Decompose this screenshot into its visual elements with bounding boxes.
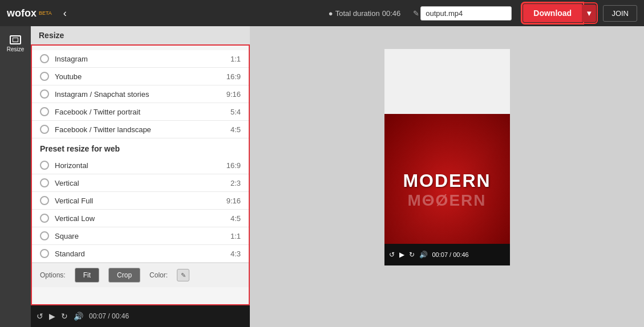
radio-square[interactable] bbox=[40, 231, 49, 240]
radio-instagram[interactable] bbox=[40, 54, 49, 63]
preview-volume-icon[interactable]: 🔊 bbox=[419, 251, 428, 259]
options-row: Options: Fit Crop Color: ✎ bbox=[40, 268, 241, 283]
preset-ratio: 2:3 bbox=[230, 179, 241, 187]
edit-icon: ✎ bbox=[413, 9, 419, 18]
preview-bottom-bar: ↺ ▶ ↻ 🔊 00:07 / 00:46 bbox=[384, 244, 510, 265]
list-item[interactable]: Facebook / Twitter landscape 4:5 bbox=[32, 121, 249, 138]
radio-vertical-full[interactable] bbox=[40, 196, 49, 205]
preview-text-sub: MΘØERN bbox=[408, 191, 487, 210]
back-button[interactable]: ‹ bbox=[63, 7, 67, 19]
preset-label: Instagram / Snapchat stories bbox=[55, 90, 226, 99]
sidebar-item-resize[interactable]: Resize bbox=[5, 31, 27, 57]
radio-facebook-portrait[interactable] bbox=[40, 107, 49, 116]
radio-horizontal[interactable] bbox=[40, 161, 49, 170]
preset-ratio: 9:16 bbox=[226, 90, 241, 99]
total-duration-value: 00:46 bbox=[382, 9, 401, 18]
logo-text: wofox bbox=[7, 7, 37, 19]
fit-button[interactable]: Fit bbox=[75, 268, 99, 283]
header: wofox BETA ‹ ● Total duration 00:46 ✎ Do… bbox=[0, 0, 644, 26]
resize-panel-header: Resize bbox=[31, 26, 250, 44]
preset-ratio: 9:16 bbox=[226, 197, 241, 205]
preset-ratio: 4:5 bbox=[230, 125, 241, 134]
join-button[interactable]: JOIN bbox=[603, 5, 637, 22]
rewind-button[interactable]: ↺ bbox=[37, 312, 43, 321]
list-item[interactable]: Instagram 1:1 bbox=[32, 50, 249, 68]
radio-standard[interactable] bbox=[40, 249, 49, 258]
radio-facebook-landscape[interactable] bbox=[40, 125, 49, 134]
list-item[interactable]: Square 1:1 bbox=[32, 227, 249, 245]
preview-play-icon[interactable]: ▶ bbox=[399, 251, 404, 259]
radio-youtube[interactable] bbox=[40, 72, 49, 81]
total-duration-label: Total duration bbox=[335, 9, 380, 18]
preview-area: MODERN MΘØERN ↺ ▶ ↻ 🔊 00:07 / 00:46 bbox=[250, 26, 644, 327]
preset-label: Standard bbox=[55, 250, 230, 258]
preset-label: Vertical Low bbox=[55, 214, 230, 223]
logo: wofox BETA bbox=[7, 7, 52, 19]
list-item[interactable]: Vertical Full 9:16 bbox=[32, 192, 249, 210]
preset-label: Vertical bbox=[55, 179, 230, 187]
volume-button[interactable]: 🔊 bbox=[74, 312, 83, 321]
preset-ratio: 5:4 bbox=[230, 108, 241, 116]
radio-vertical[interactable] bbox=[40, 178, 49, 187]
list-item[interactable]: Youtube 16:9 bbox=[32, 68, 249, 85]
panel-bottom-bar: ↺ ▶ ↻ 🔊 00:07 / 00:46 bbox=[31, 305, 250, 327]
preset-ratio: 4:5 bbox=[230, 214, 241, 223]
preset-ratio: 1:1 bbox=[230, 232, 241, 240]
list-item[interactable]: Facebook / Twitter portrait 5:4 bbox=[32, 103, 249, 121]
preset-ratio: 4:3 bbox=[230, 250, 241, 258]
resize-icon bbox=[10, 35, 21, 44]
preview-top-blank bbox=[384, 49, 510, 114]
preset-label: Square bbox=[55, 232, 230, 240]
time-display: 00:07 / 00:46 bbox=[89, 312, 129, 320]
list-item[interactable]: Instagram / Snapchat stories 9:16 bbox=[32, 85, 249, 103]
forward-button[interactable]: ↻ bbox=[61, 312, 68, 321]
filename-input[interactable] bbox=[420, 6, 512, 21]
preset-label: Facebook / Twitter portrait bbox=[55, 108, 230, 116]
preset-label: Facebook / Twitter landscape bbox=[55, 125, 230, 134]
preset-ratio: 1:1 bbox=[230, 55, 241, 63]
clock-icon: ● bbox=[329, 9, 333, 18]
preview-image: MODERN MΘØERN bbox=[384, 114, 510, 265]
preview-rewind-icon[interactable]: ↺ bbox=[389, 251, 395, 259]
radio-instagram-stories[interactable] bbox=[40, 89, 49, 99]
web-section-title: Preset resize for web bbox=[32, 138, 249, 157]
resize-panel: Resize Instagram 1:1 Youtube 16:9 Instag… bbox=[31, 26, 250, 327]
logo-beta: BETA bbox=[39, 10, 52, 16]
list-item[interactable]: Standard 4:3 bbox=[32, 245, 249, 263]
color-picker-icon[interactable]: ✎ bbox=[177, 269, 189, 281]
preset-label: Instagram bbox=[55, 55, 230, 63]
preset-list: Instagram 1:1 Youtube 16:9 Instagram / S… bbox=[32, 46, 249, 292]
options-label: Options: bbox=[40, 271, 66, 279]
color-label: Color: bbox=[149, 271, 168, 279]
preset-ratio: 16:9 bbox=[226, 161, 241, 170]
options-footer: Options: Fit Crop Color: ✎ bbox=[32, 263, 249, 287]
sidebar-item-label: Resize bbox=[7, 46, 25, 52]
main-content: Resize Resize Instagram 1:1 Youtube 16:9 bbox=[0, 26, 644, 327]
preview-forward-icon[interactable]: ↻ bbox=[409, 251, 415, 259]
preview-text-main: MODERN bbox=[403, 170, 491, 191]
preset-ratio: 16:9 bbox=[226, 72, 241, 81]
preview-time-display: 00:07 / 00:46 bbox=[432, 251, 469, 258]
preset-label: Youtube bbox=[55, 72, 226, 81]
preset-label: Vertical Full bbox=[55, 197, 226, 205]
list-item[interactable]: Vertical 2:3 bbox=[32, 174, 249, 192]
list-item[interactable]: Vertical Low 4:5 bbox=[32, 210, 249, 227]
preview-container: MODERN MΘØERN ↺ ▶ ↻ 🔊 00:07 / 00:46 bbox=[384, 49, 510, 265]
download-dropdown-button[interactable]: ▼ bbox=[582, 5, 596, 22]
list-item[interactable]: Horizontal 16:9 bbox=[32, 157, 249, 174]
resize-panel-content: Instagram 1:1 Youtube 16:9 Instagram / S… bbox=[31, 44, 250, 305]
preset-label: Horizontal bbox=[55, 161, 226, 170]
crop-button[interactable]: Crop bbox=[108, 268, 140, 283]
radio-vertical-low[interactable] bbox=[40, 214, 49, 223]
download-button[interactable]: Download bbox=[523, 4, 582, 22]
sidebar: Resize bbox=[0, 26, 31, 327]
total-duration: ● Total duration 00:46 bbox=[329, 9, 400, 18]
play-button[interactable]: ▶ bbox=[49, 312, 55, 321]
resize-panel-title: Resize bbox=[39, 31, 64, 40]
